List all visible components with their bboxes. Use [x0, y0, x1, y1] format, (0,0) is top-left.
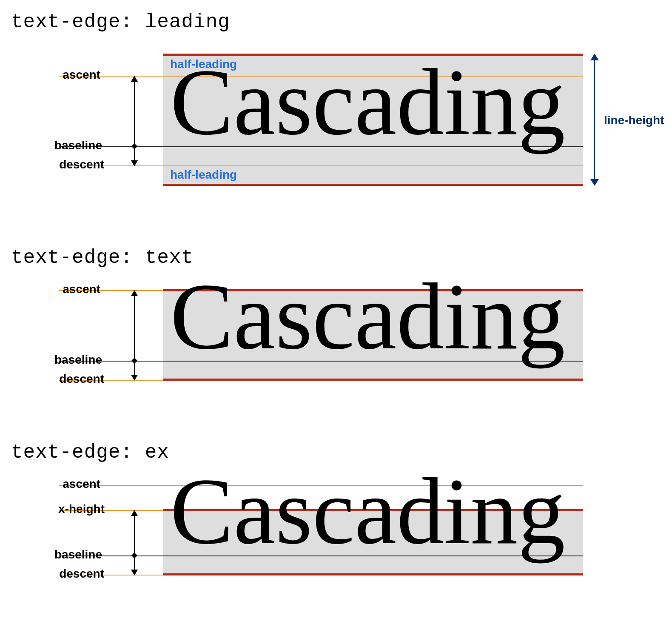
red-bottom-ex — [163, 573, 583, 575]
sample-text: Cascading — [170, 269, 565, 364]
arrow-line-height — [594, 60, 595, 180]
title-text: text-edge: text — [11, 247, 194, 269]
label-baseline-leading: baseline — [0, 139, 102, 152]
arrow-line-height-down — [590, 179, 599, 186]
arrow-xheight-descent-ex — [134, 514, 135, 571]
label-baseline-text: baseline — [0, 353, 102, 367]
diamond-baseline-ex — [131, 553, 137, 558]
arrow-up-tri-leading — [131, 76, 138, 82]
label-baseline-ex: baseline — [0, 548, 102, 561]
label-descent-text: descent — [0, 372, 104, 386]
diamond-baseline-text — [131, 358, 137, 364]
sample-ex: Cascading — [170, 464, 565, 558]
arrow-down-tri-leading — [131, 160, 138, 166]
label-descent-ex: descent — [0, 567, 104, 581]
label-ascent-text: ascent — [0, 282, 100, 296]
label-line-height: line-height — [604, 114, 664, 127]
label-descent-leading: descent — [0, 158, 104, 171]
arrow-line-height-up — [590, 54, 599, 60]
diamond-baseline-leading — [131, 143, 137, 149]
arrow-up-tri-ex — [131, 510, 138, 516]
title-leading: text-edge: leading — [11, 11, 230, 33]
red-bottom-text — [163, 379, 583, 381]
label-ascent-ex: ascent — [0, 477, 100, 491]
arrow-down-tri-ex — [131, 570, 138, 575]
red-bottom-leading — [163, 184, 583, 186]
arrow-up-tri-text — [131, 290, 138, 296]
label-half-leading-bottom: half-leading — [170, 168, 237, 182]
sample-leading: Cascading — [170, 54, 565, 149]
arrow-down-tri-text — [131, 375, 138, 381]
title-ex: text-edge: ex — [11, 442, 169, 464]
label-xheight-ex: x-height — [0, 502, 105, 516]
label-ascent-leading: ascent — [0, 68, 100, 82]
page: text-edge: leading ascent baseline desce… — [0, 0, 672, 621]
